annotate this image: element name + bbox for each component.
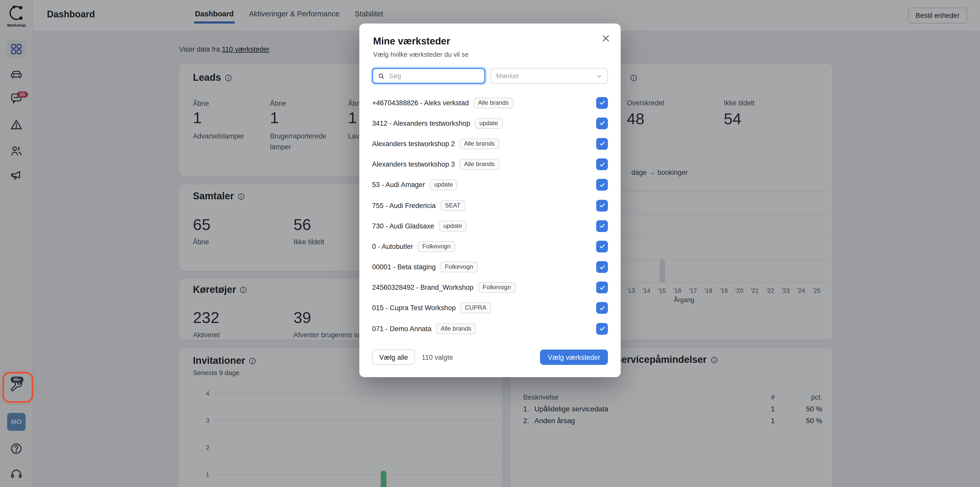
brand-badge: CUPRA <box>460 303 491 313</box>
brand-badge: Folkevogn <box>418 241 455 252</box>
select-all-button[interactable]: Vælg alle <box>372 350 415 365</box>
workshop-checkbox[interactable] <box>596 302 608 314</box>
chevron-down-icon <box>596 73 602 79</box>
workshop-checkbox[interactable] <box>596 200 608 211</box>
workshop-row: Alexanders testworkshop 2Alle brands <box>372 134 608 154</box>
workshop-checkbox[interactable] <box>596 241 608 252</box>
workshop-checkbox[interactable] <box>596 179 608 191</box>
brand-badge: SEAT <box>440 200 465 211</box>
close-icon[interactable] <box>601 34 611 43</box>
my-workshops-modal: Mine værksteder Vælg hvilke værksteder d… <box>360 24 620 377</box>
workshop-row: Alexanders testworkshop 3Alle brands <box>372 154 608 174</box>
brand-badge: Alle brands <box>460 139 499 149</box>
search-icon <box>378 72 385 80</box>
brand-filter-select[interactable]: Mærker <box>490 68 608 84</box>
selected-count: 110 valgte <box>422 353 453 361</box>
modal-footer: Vælg alle 110 valgte Vælg værksteder <box>372 350 608 365</box>
workshop-checkbox[interactable] <box>596 118 608 129</box>
workshop-row: 24560328492 - Brand_WorkshopFolkevogn <box>372 277 608 298</box>
workshop-row: 730 - Audi Gladsaxeupdate <box>372 216 608 236</box>
workshop-list: +46704388826 - Aleks verkstadAlle brands… <box>372 93 608 339</box>
workshop-row: 015 - Cupra Test WorkshopCUPRA <box>372 298 608 318</box>
workshop-checkbox[interactable] <box>596 323 608 334</box>
workshop-row: +46704388826 - Aleks verkstadAlle brands <box>372 93 608 113</box>
workshop-checkbox[interactable] <box>596 138 608 150</box>
modal-subtitle: Vælg hvilke værksteder du vil se <box>373 51 469 58</box>
workshop-row: 3412 - Alexanders testworkshopupdate <box>372 113 608 133</box>
brand-filter-placeholder: Mærker <box>496 72 519 80</box>
brand-badge: Folkevogn <box>440 262 478 272</box>
workshop-row: 53 - Audi Amagerupdate <box>372 175 608 195</box>
tour-highlight-ring <box>3 372 33 403</box>
app-root: Dashboard Dashboard Aktiveringer & Perfo… <box>0 0 980 487</box>
brand-badge: Alle brands <box>436 323 476 334</box>
brand-badge: Alle brands <box>460 159 499 170</box>
workshop-checkbox[interactable] <box>596 220 608 232</box>
workshop-checkbox[interactable] <box>596 282 608 294</box>
workshop-row: 00001 - Beta stagingFolkevogn <box>372 257 608 277</box>
select-workshops-button[interactable]: Vælg værksteder <box>540 350 608 365</box>
brand-badge: update <box>439 220 466 231</box>
workshop-row: 0 - AutobutlerFolkevogn <box>372 236 608 257</box>
brand-badge: update <box>475 118 503 129</box>
brand-badge: Alle brands <box>473 97 513 108</box>
workshop-row: 071 - Demo AnnataAlle brands <box>372 318 608 339</box>
search-input[interactable] <box>388 72 484 80</box>
workshop-checkbox[interactable] <box>596 261 608 273</box>
workshop-row: 755 - Audi FredericiaSEAT <box>372 195 608 216</box>
modal-title: Mine værksteder <box>373 36 450 47</box>
brand-badge: Folkevogn <box>478 282 515 293</box>
workshop-checkbox[interactable] <box>596 158 608 170</box>
workshop-checkbox[interactable] <box>596 97 608 109</box>
brand-badge: update <box>430 180 457 190</box>
workshop-search <box>372 68 485 84</box>
